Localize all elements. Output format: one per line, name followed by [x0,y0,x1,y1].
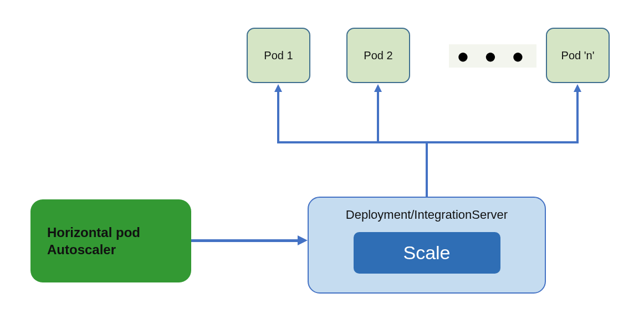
pod-1-box: Pod 1 [247,28,310,83]
scale-label: Scale [403,242,450,264]
hpa-box: Horizontal pod Autoscaler [30,199,191,282]
pod-2-box: Pod 2 [346,28,410,83]
connector-hpa-deploy [191,239,298,242]
connector-to-pod2 [377,91,379,143]
connector-bus [277,141,579,143]
deployment-box: Deployment/IntegrationServer Scale [308,197,546,294]
hpa-line2: Autoscaler [47,242,116,257]
arrowhead-pod1 [274,84,282,92]
pod-n-label: Pod 'n' [561,49,595,62]
hpa-text: Horizontal pod Autoscaler [47,224,140,258]
arrowhead-pod2 [374,84,382,92]
deployment-title: Deployment/IntegrationServer [346,208,508,222]
pod-n-box: Pod 'n' [546,28,610,83]
connector-to-pod1 [277,91,279,143]
scale-box: Scale [354,232,500,274]
arrowhead-podn [574,84,581,92]
arrowhead-hpa-deploy [298,235,308,245]
hpa-line1: Horizontal pod [47,225,140,240]
ellipsis-icon: ● ● ● [449,44,536,68]
pod-2-label: Pod 2 [364,49,392,62]
connector-to-podn [576,91,579,143]
connector-trunk [426,141,428,197]
pod-1-label: Pod 1 [264,49,293,62]
